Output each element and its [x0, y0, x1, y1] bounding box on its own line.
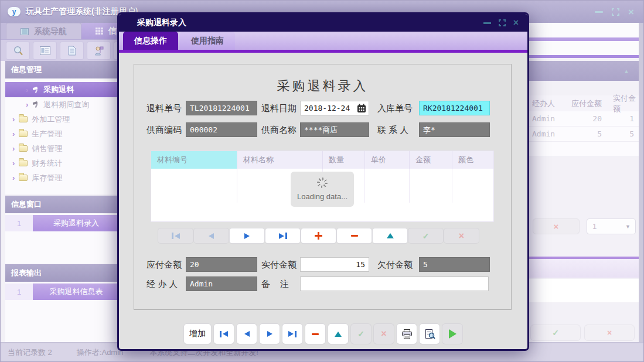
maximize-icon[interactable]	[612, 8, 619, 16]
sidebar-item-finance[interactable]: › 财务统计	[5, 156, 120, 170]
background-cancel-button[interactable]: ×	[533, 218, 580, 234]
section-header-info-management[interactable]: 信息管理	[5, 61, 120, 78]
nav-prev-button[interactable]	[237, 324, 257, 344]
tab-label: 系统导航	[34, 26, 67, 37]
grid-insert-button[interactable]	[301, 228, 336, 243]
printer-icon	[401, 329, 413, 339]
grid-column-divider	[364, 169, 365, 203]
user-button[interactable]	[87, 42, 111, 60]
folder-icon	[19, 116, 28, 122]
delete-button[interactable]	[305, 324, 325, 344]
next-icon	[244, 233, 250, 239]
document-button[interactable]	[60, 42, 84, 60]
grid-post-button[interactable]: ✓	[408, 228, 443, 243]
cell-operator: Admin	[527, 114, 561, 123]
background-content-panel: ▲ 经办人 应付金额 实付金额 Admin 20 1 Admin 5 5	[527, 23, 640, 343]
close-icon[interactable]: ×	[628, 7, 634, 17]
inbound-no-field[interactable]: RK20181224001	[419, 101, 490, 115]
cross-icon: ×	[381, 329, 386, 339]
prev-icon	[209, 233, 214, 239]
tree-arrow-icon: ›	[12, 173, 15, 182]
tab-user-guide[interactable]: 使用指南	[180, 32, 235, 50]
tab-information-operation[interactable]: 信息操作	[123, 32, 178, 50]
grid-cancel-button[interactable]: ×	[444, 228, 479, 243]
info-window-item[interactable]: 1 采购退料录入	[5, 215, 120, 231]
return-date-field[interactable]: 2018-12-24	[300, 101, 369, 115]
sidebar-item-label: 库存管理	[32, 173, 62, 183]
tree-arrow-icon: ›	[26, 86, 28, 94]
post-button[interactable]: ✓	[351, 324, 371, 344]
section-header-info-window[interactable]: 信息窗口	[5, 196, 120, 213]
section-header-report-output[interactable]: 报表输出	[5, 264, 120, 282]
maximize-icon[interactable]	[499, 19, 506, 26]
edit-icon	[387, 233, 394, 238]
sidebar-item-sales[interactable]: › 销售管理	[5, 141, 120, 156]
add-button[interactable]: 增加	[184, 324, 211, 344]
return-no-field: TL20181224001	[186, 101, 257, 115]
background-cancel-button[interactable]: ×	[584, 325, 635, 341]
search-icon	[13, 46, 23, 56]
grid-nav-last-button[interactable]	[265, 228, 300, 243]
sidebar-item-inventory[interactable]: › 库存管理	[5, 170, 120, 185]
purchase-return-dialog: 采购退料录入 × 信息操作 使用指南 采购退料录入	[117, 12, 529, 351]
check-icon: ✓	[422, 232, 430, 240]
grid-nav-first-button[interactable]	[158, 228, 193, 243]
nav-next-button[interactable]	[260, 324, 280, 344]
edit-button[interactable]	[328, 324, 348, 344]
grid-column-header[interactable]: 材料名称	[237, 151, 323, 169]
background-confirm-button[interactable]: ✓	[530, 325, 581, 341]
minimize-icon[interactable]	[483, 22, 491, 24]
right-scroll-strip[interactable]	[639, 23, 643, 343]
grid-column-divider	[452, 169, 452, 203]
table-header-row: 经办人 应付金额 实付金额	[527, 95, 640, 111]
grid-column-header[interactable]: 数量	[323, 151, 365, 169]
remark-input[interactable]	[300, 276, 489, 291]
sidebar-item-production[interactable]: › 生产管理	[5, 127, 120, 141]
grid-edit-button[interactable]	[373, 228, 407, 243]
cancel-button[interactable]: ×	[374, 324, 394, 344]
nav-first-button[interactable]	[214, 324, 234, 344]
grid-nav-prev-button[interactable]	[194, 228, 229, 243]
table-row[interactable]: Admin 5 5	[527, 127, 640, 142]
nav-last-button[interactable]	[282, 324, 302, 344]
collapse-icon[interactable]: ▲	[623, 68, 629, 74]
grid-column-header[interactable]: 单价	[365, 151, 410, 169]
first-icon	[223, 331, 228, 337]
sidebar-info-management: 信息管理 › 采购退料 › 退料期间查询 › 外加工管理 › 生产管理	[5, 61, 120, 194]
play-icon	[449, 329, 456, 339]
item-label: 采购退料录入	[33, 215, 120, 231]
grid-column-header[interactable]: 颜色	[452, 151, 493, 169]
grid-icon	[96, 28, 103, 35]
search-button[interactable]	[6, 42, 30, 60]
loading-indicator: Loading data...	[291, 172, 354, 207]
date-value: 2018-12-24	[304, 104, 350, 112]
paid-amount-input[interactable]	[300, 257, 369, 272]
page-size-dropdown[interactable]: 1 ▼	[587, 218, 636, 234]
tree-arrow-icon: ›	[12, 115, 15, 124]
form-row: 经 办 人 Admin 备 注	[134, 276, 511, 292]
unpaid-amount-field: 5	[419, 257, 490, 272]
dialog-body: 采购退料录入 退料单号 TL20181224001 退料日期 2018-12-2…	[119, 53, 527, 349]
grid-column-header[interactable]: 金额	[410, 151, 452, 169]
sidebar-item-purchase-return[interactable]: › 采购退料	[5, 82, 120, 97]
report-output-item[interactable]: 1 采购退料信息表	[5, 284, 120, 300]
field-label: 欠付金额	[377, 257, 413, 272]
calendar-icon[interactable]	[357, 104, 366, 113]
cell-payable: 20	[561, 114, 608, 123]
print-preview-button[interactable]	[420, 324, 439, 344]
report-button[interactable]	[33, 42, 57, 60]
close-icon[interactable]: ×	[513, 18, 519, 28]
field-label: 退料日期	[261, 101, 297, 116]
minimize-icon[interactable]	[595, 11, 603, 13]
sidebar-item-outsourcing[interactable]: › 外加工管理	[5, 112, 120, 127]
print-button[interactable]	[397, 324, 417, 344]
run-button[interactable]	[442, 324, 462, 344]
sidebar-item-return-period-query[interactable]: › 退料期间查询	[5, 97, 120, 112]
content-strip	[527, 279, 640, 302]
grid-column-header[interactable]: 材料编号	[151, 151, 237, 169]
loading-text: Loading data...	[297, 192, 347, 201]
grid-delete-button[interactable]	[337, 228, 372, 243]
tab-system-navigation[interactable]: 系统导航	[6, 23, 81, 39]
grid-nav-next-button[interactable]	[230, 228, 264, 243]
cell-paid: 5	[608, 129, 640, 138]
